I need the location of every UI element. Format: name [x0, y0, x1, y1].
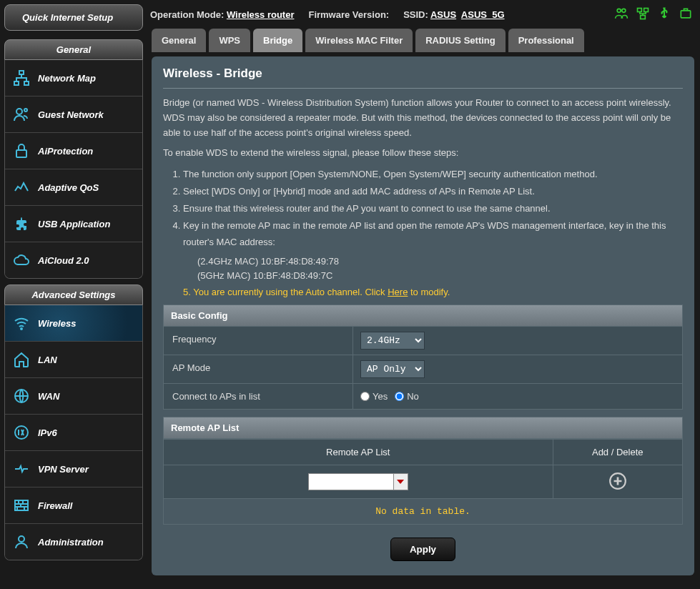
- svg-rect-8: [24, 81, 29, 85]
- steps-list: The function only support [Open System/N…: [183, 167, 683, 249]
- sidebar-item-label: LAN: [38, 355, 57, 365]
- advanced-menu: Wireless LAN WAN IPv6 VPN Server Firewal…: [4, 305, 143, 560]
- remote-ap-mac-input[interactable]: [308, 473, 394, 490]
- sidebar-item-label: USB Application: [38, 219, 110, 229]
- panel-description-1: Bridge (or named WDS - Wireless Distribu…: [163, 96, 683, 140]
- svg-rect-5: [681, 10, 690, 17]
- fw-label: Firmware Version:: [308, 9, 389, 20]
- opmode-link[interactable]: Wireless router: [227, 9, 295, 20]
- connect-aps-label: Connect to APs in list: [164, 384, 353, 409]
- ssid-24-link[interactable]: ASUS: [430, 9, 456, 20]
- sidebar-item-usb-application[interactable]: USB Application: [5, 206, 142, 242]
- svg-rect-4: [641, 15, 646, 19]
- mac-24: (2.4GHz MAC) 10:BF:48:D8:49:78: [197, 254, 683, 269]
- sidebar-item-label: Firewall: [38, 500, 72, 511]
- sidebar-item-adaptive-qos[interactable]: Adaptive QoS: [5, 169, 142, 206]
- sidebar-item-administration[interactable]: Administration: [5, 524, 142, 560]
- ap-mode-select[interactable]: AP Only: [360, 360, 425, 378]
- tab-professional[interactable]: Professional: [508, 29, 584, 52]
- svg-point-16: [19, 536, 24, 542]
- svg-point-10: [24, 109, 27, 112]
- sidebar-item-lan[interactable]: LAN: [5, 342, 142, 378]
- usb-icon[interactable]: [657, 6, 671, 23]
- sidebar-item-wan[interactable]: WAN: [5, 378, 142, 415]
- svg-rect-7: [14, 81, 19, 85]
- ssid-label: SSID:: [403, 9, 428, 20]
- sidebar-item-vpn-server[interactable]: VPN Server: [5, 451, 142, 487]
- frequency-select[interactable]: 2.4GHz: [360, 332, 425, 350]
- ipv6-icon: [12, 423, 31, 442]
- section-general-head: General: [4, 39, 143, 60]
- firewall-icon: [12, 496, 31, 515]
- connect-no-radio[interactable]: No: [395, 391, 419, 402]
- col-add-delete: Add / Delete: [553, 440, 683, 465]
- step-item: Ensure that this wireless router and the…: [183, 201, 683, 217]
- remote-ap-dropdown-button[interactable]: [394, 473, 408, 490]
- qos-icon: [12, 178, 31, 197]
- sidebar-item-ipv6[interactable]: IPv6: [5, 415, 142, 451]
- panel-title: Wireless - Bridge: [163, 66, 683, 89]
- step-item: Key in the remote AP mac in the remote A…: [183, 218, 683, 249]
- tab-wps[interactable]: WPS: [209, 29, 250, 52]
- tab-bridge[interactable]: Bridge: [253, 29, 302, 52]
- quick-internet-setup-button[interactable]: Quick Internet Setup: [4, 4, 143, 31]
- sidebar-item-label: Network Map: [38, 73, 96, 84]
- tabs: General WPS Bridge Wireless MAC Filter R…: [152, 29, 694, 52]
- add-ap-button[interactable]: [608, 471, 628, 491]
- tab-wireless-mac-filter[interactable]: Wireless MAC Filter: [305, 29, 413, 52]
- vpn-icon: [12, 460, 31, 478]
- guest-icon: [12, 105, 31, 124]
- tab-radius-setting[interactable]: RADIUS Setting: [415, 29, 506, 52]
- step-item: The function only support [Open System/N…: [183, 167, 683, 182]
- bridge-panel: Wireless - Bridge Bridge (or named WDS -…: [152, 56, 694, 575]
- sidebar-item-wireless[interactable]: Wireless: [5, 305, 142, 342]
- step-5-warning: 5. You are currently using the Auto chan…: [183, 287, 683, 297]
- sidebar-item-network-map[interactable]: Network Map: [5, 60, 142, 96]
- step-item: Select [WDS Only] or [Hybrid] mode and a…: [183, 184, 683, 199]
- svg-rect-2: [638, 8, 642, 11]
- network-map-icon: [12, 69, 31, 87]
- sidebar-item-label: Adaptive QoS: [38, 182, 99, 193]
- puzzle-icon: [12, 214, 31, 233]
- panel-description-2: To enable WDS to extend the wireless sig…: [163, 146, 683, 161]
- lock-icon: [12, 142, 31, 160]
- svg-point-0: [617, 9, 621, 12]
- home-icon: [12, 350, 31, 369]
- sidebar-item-aiprotection[interactable]: AiProtection: [5, 133, 142, 169]
- sidebar-item-label: Wireless: [38, 318, 76, 329]
- remote-ap-head: Remote AP List: [163, 417, 683, 439]
- svg-rect-3: [644, 8, 649, 11]
- cloud-icon: [12, 251, 31, 269]
- sidebar: Quick Internet Setup General Network Map…: [4, 4, 143, 585]
- reboot-icon[interactable]: [679, 6, 693, 23]
- sidebar-item-aicloud[interactable]: AiCloud 2.0: [5, 242, 142, 278]
- sidebar-item-label: IPv6: [38, 427, 57, 438]
- svg-point-12: [21, 328, 22, 330]
- tab-general[interactable]: General: [152, 29, 206, 52]
- frequency-label: Frequency: [164, 327, 353, 355]
- svg-point-14: [15, 426, 28, 439]
- no-data-text: No data in table.: [164, 499, 683, 525]
- svg-point-9: [16, 109, 22, 114]
- sidebar-item-label: VPN Server: [38, 464, 89, 475]
- sidebar-item-guest-network[interactable]: Guest Network: [5, 96, 142, 133]
- sidebar-item-label: AiProtection: [38, 146, 93, 157]
- remote-ap-table: Remote AP List Add / Delete: [163, 439, 683, 525]
- sidebar-item-firewall[interactable]: Firewall: [5, 487, 142, 524]
- col-remote-ap-list: Remote AP List: [164, 440, 553, 465]
- apply-button[interactable]: Apply: [390, 538, 455, 561]
- modify-channel-link[interactable]: Here: [388, 287, 408, 297]
- svg-rect-6: [19, 71, 24, 74]
- basic-config-head: Basic Config: [163, 305, 683, 327]
- network-icon[interactable]: [636, 6, 650, 23]
- mac-5: (5GHz MAC) 10:BF:48:D8:49:7C: [197, 269, 683, 284]
- ssid-5-link[interactable]: ASUS_5G: [461, 9, 505, 20]
- clients-icon[interactable]: [614, 6, 628, 23]
- main-content: General WPS Bridge Wireless MAC Filter R…: [152, 29, 694, 585]
- sidebar-item-label: Administration: [38, 537, 104, 548]
- connect-yes-radio[interactable]: Yes: [360, 391, 388, 402]
- general-menu: Network Map Guest Network AiProtection A…: [4, 60, 143, 279]
- sidebar-item-label: Guest Network: [38, 109, 104, 120]
- sidebar-item-label: AiCloud 2.0: [38, 255, 89, 266]
- globe-icon: [12, 387, 31, 405]
